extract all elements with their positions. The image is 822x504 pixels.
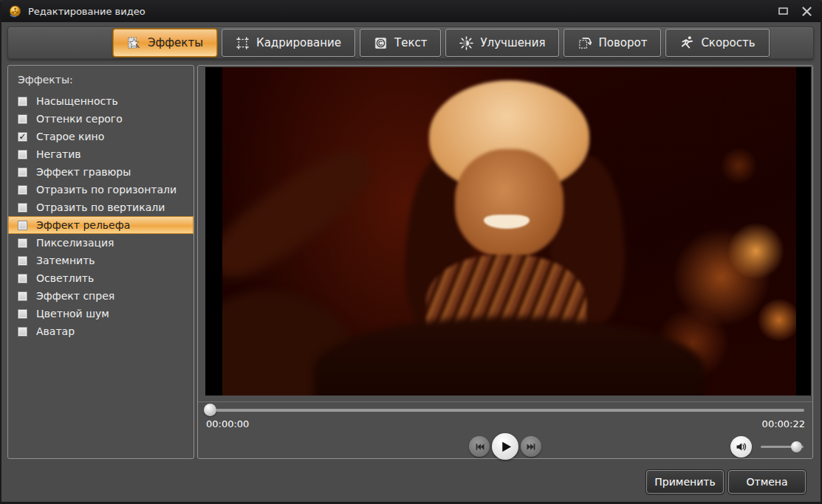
effect-checkbox[interactable] — [18, 150, 27, 159]
effect-checkbox[interactable] — [18, 168, 27, 177]
effect-label: Оттенки серого — [36, 113, 123, 125]
effect-label: Затемнить — [36, 255, 95, 266]
effect-checkbox[interactable] — [18, 327, 27, 336]
tab-enhance[interactable]: Улучшения — [445, 29, 559, 57]
effect-checkbox[interactable] — [18, 291, 27, 301]
tab-text[interactable]: Текст — [360, 29, 441, 57]
effect-label: Цветной шум — [36, 308, 109, 320]
effect-checkbox[interactable] — [18, 97, 27, 106]
tab-label: Поворот — [598, 36, 647, 49]
volume-thumb[interactable] — [791, 441, 802, 452]
effect-list-item[interactable]: Насыщенность — [8, 92, 193, 110]
effect-checkbox[interactable] — [18, 256, 27, 266]
film-reel-icon — [9, 5, 21, 18]
face-shape — [455, 149, 564, 258]
effect-label: Эффект гравюры — [36, 166, 131, 178]
effect-list-item[interactable]: Осветлить — [8, 269, 193, 287]
play-button[interactable] — [492, 433, 518, 460]
runner-speed-icon — [679, 35, 694, 50]
effect-label: Эффект рельефа — [36, 219, 130, 231]
effect-list-item[interactable]: Затемнить — [8, 252, 193, 269]
effect-list-item[interactable]: Эффект рельефа — [8, 216, 193, 234]
next-frame-icon — [526, 441, 537, 452]
window-title: Редактирование видео — [28, 6, 145, 17]
effect-checkbox[interactable] — [18, 221, 27, 230]
mute-button[interactable] — [730, 436, 752, 458]
effect-label: Эффект спрея — [36, 290, 114, 302]
tab-rotate[interactable]: Поворот — [564, 29, 661, 57]
effect-list-item[interactable]: Эффект спрея — [8, 287, 193, 305]
titlebar: Редактирование видео — [0, 0, 822, 22]
minimize-icon[interactable] — [776, 4, 790, 18]
effect-list-item[interactable]: Цветной шум — [8, 305, 193, 322]
seek-thumb[interactable] — [204, 404, 216, 416]
tab-label: Кадрирование — [256, 36, 341, 49]
player-controls: 00:00:00 00:00:22 — [198, 401, 812, 458]
raised-arm-shape — [222, 137, 383, 293]
cancel-button[interactable]: Отмена — [728, 470, 806, 494]
current-time: 00:00:00 — [206, 418, 249, 429]
effect-list-item[interactable]: Аватар — [8, 322, 193, 340]
tab-label: Текст — [394, 36, 427, 49]
effect-label: Негатив — [36, 148, 81, 160]
effects-heading: Эффекты: — [8, 66, 193, 92]
tab-label: Эффекты — [148, 36, 203, 49]
effect-label: Пикселизация — [36, 237, 114, 249]
seek-slider[interactable] — [205, 409, 804, 412]
apply-button[interactable]: Применить — [646, 470, 724, 494]
effect-label: Аватар — [36, 325, 75, 337]
sun-enhance-icon — [459, 36, 473, 50]
play-icon — [499, 440, 513, 454]
effect-checkbox[interactable] — [18, 203, 27, 213]
transport-buttons — [198, 432, 812, 461]
effect-list-item[interactable]: Отразить по вертикали — [8, 199, 193, 216]
volume-slider[interactable] — [761, 446, 804, 448]
effect-list-item[interactable]: Эффект гравюры — [8, 163, 193, 181]
tab-speed[interactable]: Скорость — [665, 29, 769, 57]
video-preview-panel: 00:00:00 00:00:22 — [197, 65, 813, 459]
next-frame-button[interactable] — [521, 436, 541, 457]
effect-checkbox[interactable] — [18, 309, 27, 319]
crop-icon — [236, 36, 250, 50]
toolbar: Эффекты Кадрирование Текст Улучшения — [7, 27, 814, 59]
effect-label: Отразить по вертикали — [36, 201, 165, 213]
rotate-icon — [578, 36, 592, 50]
prev-frame-button[interactable] — [469, 436, 490, 457]
effect-list-item[interactable]: Оттенки серого — [8, 110, 193, 128]
effect-list-item[interactable]: Пикселизация — [8, 234, 193, 252]
video-edit-dialog: Редактирование видео Эффекты Кадри — [0, 0, 822, 504]
effect-label: Отразить по горизонтали — [36, 184, 177, 196]
coat-shape — [314, 317, 704, 396]
effect-label: Старое кино — [36, 131, 104, 142]
video-frame-woman-in-knit-hat — [222, 67, 796, 396]
tab-crop[interactable]: Кадрирование — [222, 29, 355, 57]
effect-checkbox[interactable] — [18, 238, 27, 248]
effect-list-item[interactable]: Отразить по горизонтали — [8, 181, 193, 199]
effects-sidebar: Эффекты: Насыщенность Оттенки серого ✓ С… — [7, 65, 194, 459]
tab-label: Улучшения — [480, 36, 545, 49]
effect-checkbox[interactable] — [18, 274, 27, 283]
prev-frame-icon — [474, 441, 485, 452]
close-icon[interactable] — [800, 4, 813, 18]
effect-checkbox[interactable] — [18, 114, 27, 124]
tab-label: Скорость — [701, 36, 755, 49]
effect-label: Насыщенность — [36, 95, 118, 107]
tab-effects[interactable]: Эффекты — [113, 29, 217, 57]
volume-controls — [730, 432, 804, 461]
effect-label: Осветлить — [36, 272, 94, 284]
effects-list: Насыщенность Оттенки серого ✓ Старое кин… — [8, 92, 193, 340]
effect-list-item[interactable]: Негатив — [8, 145, 193, 163]
effect-checkbox[interactable] — [18, 185, 27, 195]
star-effects-icon — [127, 36, 141, 50]
video-viewport — [205, 67, 811, 396]
duration-time: 00:00:22 — [762, 418, 805, 429]
volume-icon — [735, 441, 747, 453]
effect-checkbox[interactable]: ✓ — [18, 132, 27, 142]
effect-list-item[interactable]: ✓ Старое кино — [8, 128, 193, 145]
text-stamp-icon — [374, 36, 388, 50]
